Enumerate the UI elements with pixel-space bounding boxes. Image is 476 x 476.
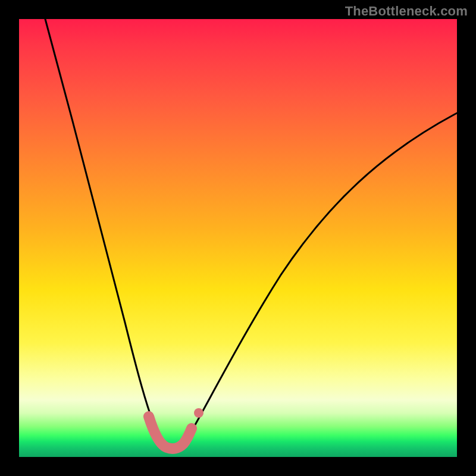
plot-area — [19, 19, 457, 457]
highlight-dot — [194, 408, 203, 418]
curve-right-branch — [183, 113, 457, 446]
highlight-segment — [149, 416, 192, 449]
watermark-text: TheBottleneck.com — [345, 4, 468, 19]
chart-frame: TheBottleneck.com — [0, 0, 476, 476]
curve-left-branch — [45, 19, 170, 449]
chart-svg — [19, 19, 457, 457]
